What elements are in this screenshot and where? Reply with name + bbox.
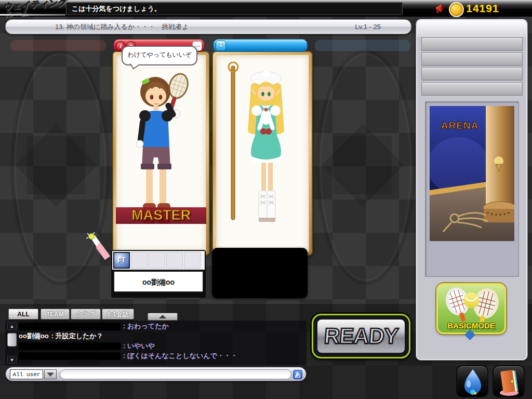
item-slot-ft[interactable]: FT	[113, 252, 130, 269]
chat-message-text: : ぼくはそんなことしないんで・・・	[123, 351, 237, 361]
basic-mode-label: BASICMODE	[438, 321, 504, 330]
censored-name	[19, 342, 121, 350]
censored-name	[19, 352, 121, 360]
chat-message: : ぼくはそんなことしないんで・・・	[19, 351, 237, 361]
item-slot-empty[interactable]	[184, 252, 201, 269]
tab-team[interactable]: TEAM	[41, 309, 70, 320]
down-arrow-icon	[47, 373, 54, 377]
censored-name	[19, 323, 121, 330]
chat-sender-name: oo劉備oo	[19, 331, 49, 341]
arena-preview-frame: ARENA	[425, 101, 519, 277]
up-arrow-icon	[159, 315, 166, 318]
team-badge[interactable]: T	[216, 41, 226, 51]
water-drop-icon	[461, 368, 484, 395]
tab-all[interactable]: ALL	[8, 309, 38, 320]
left-card-footer: FT oo劉備oo	[111, 250, 206, 298]
right-card-header: T	[213, 39, 308, 52]
ime-mode-badge: あ	[293, 370, 302, 379]
left-card-portrait: MASTER	[116, 55, 206, 252]
coin-icon	[449, 2, 464, 17]
ft-item-icon: FT	[113, 251, 130, 269]
ready-button[interactable]: READY	[312, 314, 410, 358]
chat-scroll-down-button[interactable]: ▼	[7, 356, 17, 364]
right-player-card[interactable]	[213, 52, 312, 255]
emote-drop-button[interactable]	[456, 365, 488, 397]
item-slot-empty[interactable]	[149, 252, 165, 269]
right-card-portrait	[216, 55, 309, 252]
chat-collapse-button[interactable]	[148, 313, 178, 321]
chat-log: ▲ ▼ : おわってたか oo劉備oo : 升設定したか？ : いやいや : ぼ…	[5, 321, 307, 365]
coin-count: 14191	[466, 2, 499, 15]
chat-scrollbar-thumb[interactable]	[7, 333, 17, 347]
left-player-name: oo劉備oo	[113, 271, 204, 292]
right-decor-star	[334, 136, 392, 194]
rackets-and-ball-icon	[438, 286, 504, 322]
right-card-censor-box	[212, 248, 308, 298]
door-icon	[497, 367, 522, 396]
top-bar: ウェイティング ルーム こは十分気をつけましょう。 14191	[0, 0, 532, 17]
panel-row	[421, 37, 523, 51]
exit-door-button[interactable]	[493, 365, 525, 397]
empty-slot-header-left	[10, 40, 106, 51]
panel-row	[421, 82, 523, 96]
master-rank-banner: MASTER	[116, 207, 206, 224]
chat-message: oo劉備oo : 升設定したか？	[19, 331, 103, 341]
empty-slot-header-right	[315, 40, 410, 51]
chat-input-bar: All user あ	[5, 367, 307, 381]
logo-underline	[0, 14, 65, 16]
wand-cursor-icon	[86, 232, 113, 262]
left-player-card[interactable]: MASTER	[113, 52, 209, 255]
item-slot-empty[interactable]	[131, 252, 148, 269]
arena-title: ARENA	[441, 120, 479, 131]
chat-text-input[interactable]	[60, 369, 291, 379]
chat-message-text: : おわってたか	[123, 322, 169, 331]
panel-row	[421, 67, 523, 81]
chat-message: : いやいや	[19, 341, 155, 351]
girl-character-illustration	[216, 59, 304, 246]
channel-dropdown-button[interactable]	[44, 369, 57, 379]
panel-header	[417, 20, 526, 37]
chat-message: : おわってたか	[19, 322, 169, 331]
tab-club[interactable]: クラブ	[71, 309, 101, 320]
chat-scroll-up-button[interactable]: ▲	[7, 322, 17, 330]
arena-illustration: ARENA	[430, 106, 514, 241]
room-level-range: Lv.1 - 25	[355, 20, 381, 34]
ready-button-label: READY	[312, 315, 410, 357]
room-title-bar: 13. 神の領域に踏み入るか・・・ 挑戦者よ Lv.1 - 25	[5, 19, 411, 34]
arena-preview-image[interactable]: ARENA	[430, 106, 514, 241]
left-decor-star	[27, 136, 85, 194]
panel-row	[421, 52, 523, 66]
channel-selector[interactable]: All user	[10, 369, 43, 379]
room-title: 13. 神の領域に踏み入るか・・・ 挑戦者よ	[55, 20, 189, 34]
right-panel: ARENA	[416, 19, 528, 361]
basic-mode-icon[interactable]: BASICMODE	[436, 283, 506, 334]
waiting-room-screen: ウェイティング ルーム こは十分気をつけましょう。 14191 13. 神の領域…	[0, 0, 532, 399]
chat-message-text: : 升設定したか？	[51, 331, 103, 341]
chat-message-text: : いやいや	[123, 341, 155, 351]
equipment-slot-row: FT	[112, 251, 205, 270]
tab-1on1[interactable]: 1:1会話	[102, 309, 134, 320]
announcement-ticker: こは十分気をつけましょう。	[66, 2, 403, 15]
megaphone-icon[interactable]	[434, 3, 446, 15]
item-slot-empty[interactable]	[166, 252, 183, 269]
